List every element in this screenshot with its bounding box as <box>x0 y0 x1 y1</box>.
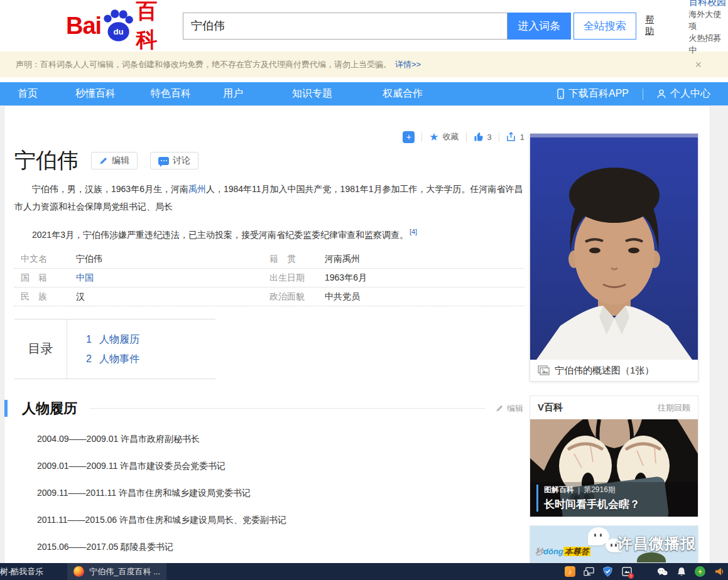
timeline-item: 2004.09——2009.01 许昌市政府副秘书长 <box>37 434 524 445</box>
favorite-button[interactable]: ★ 收藏 <box>429 131 459 142</box>
photo-caption[interactable]: 宁伯伟的概述图（1张） <box>530 360 698 381</box>
download-app-link[interactable]: 下载百科APP <box>557 87 629 100</box>
disclaimer-detail-link[interactable]: 详情>> <box>395 59 421 70</box>
personal-center-link[interactable]: 个人中心 <box>657 87 710 100</box>
nav-item-tese[interactable]: 特色百科 <box>151 87 191 100</box>
nav-item-topics[interactable]: 知识专题 <box>292 87 332 100</box>
taskbar-window-kuwo[interactable]: 树-酷我音乐 <box>0 563 50 580</box>
global-search-button[interactable]: 全站搜索 <box>573 13 637 40</box>
baidu-baike-logo[interactable]: Bai du 百科 <box>66 0 177 55</box>
infobox: 中文名宁伯伟 籍 贯河南禹州 国 籍中国 出生日期1963年6月 民 族汉 政治… <box>14 250 524 306</box>
vbaike-header: V百科 往期回顾 <box>530 396 698 419</box>
baidu-paw-icon: du <box>102 8 134 43</box>
follow-plus-button[interactable]: + <box>403 131 415 143</box>
section-rule <box>90 408 486 409</box>
site-header: Bai du 百科 进入词条 全站搜索 帮助 百科校园 海外大使项 火热招募中 <box>0 0 728 51</box>
nav-divider <box>643 89 643 100</box>
edit-button[interactable]: 编辑 <box>91 152 138 169</box>
enter-entry-button[interactable]: 进入词条 <box>508 13 571 40</box>
campus-line2: 火热招募中 <box>688 33 728 56</box>
toc-item-1[interactable]: 1人物履历 <box>86 330 215 349</box>
infobox-label: 中文名 <box>21 254 76 265</box>
safety-plus-icon[interactable]: + <box>695 566 705 577</box>
like-button[interactable]: 3 <box>474 132 492 142</box>
network-monitor-icon[interactable] <box>584 566 594 577</box>
share-count: 1 <box>520 132 524 142</box>
overlay-issue: 第2916期 <box>584 485 616 495</box>
disclaimer-text: 声明：百科词条人人可编辑，词条创建和修改均免费，绝不存在官方及代理商付费代编，请… <box>16 59 391 70</box>
main-nav: 首页 秒懂百科 特色百科 用户 知识专题 权威合作 下载百科APP 个人中心 <box>0 82 728 105</box>
nav-item-cooperation[interactable]: 权威合作 <box>383 87 423 100</box>
search-input[interactable] <box>183 13 507 39</box>
section-edit-label: 编辑 <box>507 403 523 414</box>
discuss-label: 讨论 <box>173 155 190 166</box>
vbaike-video-thumb[interactable]: 图解百科 | 第2916期 长时间看手机会瞎？ <box>530 419 698 517</box>
toc-label: 人物履历 <box>99 330 139 349</box>
kuwo-music-tray-icon[interactable]: ♪ <box>565 566 575 577</box>
article-main-column: + ★ 收藏 3 1 宁伯伟 编辑 <box>14 106 524 563</box>
nav-item-users[interactable]: 用户 <box>223 87 243 100</box>
help-link[interactable]: 帮助 <box>645 14 662 37</box>
toc-number: 2 <box>86 349 92 368</box>
infobox-value: 宁伯伟 <box>76 254 102 265</box>
timeline-item: 2009.11——2011.11 许昌市住房和城乡建设局党委书记 <box>37 488 524 499</box>
toc-item-2[interactable]: 2人物事件 <box>86 349 215 368</box>
overlay-caption: 长时间看手机会瞎？ <box>544 497 640 512</box>
thumbs-up-icon <box>474 132 484 142</box>
section-edit-link[interactable]: 编辑 <box>496 403 523 414</box>
yuzhou-link[interactable]: 禹州 <box>188 184 206 194</box>
notification-bell-icon[interactable] <box>676 566 687 577</box>
promo-video-card[interactable]: 秒dǒng本尊答 许昌微播报 <box>530 525 698 563</box>
volume-icon[interactable] <box>714 566 724 577</box>
campus-line1: 海外大使项 <box>688 9 728 33</box>
gallery-icon <box>538 365 550 375</box>
infobox-label: 籍 贯 <box>269 254 325 265</box>
infobox-label: 出生日期 <box>269 272 325 284</box>
paragraph-text: 2021年3月，宁伯伟涉嫌严重违纪违法，已主动投案，接受河南省纪委监委纪律审查和… <box>32 230 408 240</box>
nav-right-group: 下载百科APP 个人中心 <box>557 87 710 100</box>
overlay-separator: | <box>578 486 580 495</box>
china-link[interactable]: 中国 <box>76 272 94 284</box>
campus-promo[interactable]: 百科校园 海外大使项 火热招募中 <box>688 0 728 56</box>
security-shield-icon[interactable] <box>602 566 613 577</box>
table-of-contents: 目录 1人物履历 2人物事件 <box>14 319 215 379</box>
download-app-label: 下载百科APP <box>568 87 629 100</box>
vbaike-more-link[interactable]: 往期回顾 <box>658 402 690 414</box>
share-button[interactable]: 1 <box>506 132 524 142</box>
taskbar-window-label: 宁伯伟_百度百科 ... <box>89 566 160 577</box>
vbaike-title: V百科 <box>538 402 563 414</box>
nav-item-home[interactable]: 首页 <box>18 87 38 100</box>
favorite-label: 收藏 <box>443 131 459 142</box>
logo-bai-text: Bai <box>66 13 101 40</box>
share-icon <box>506 132 516 142</box>
toc-label: 人物事件 <box>99 349 139 368</box>
infobox-value: 1963年6月 <box>325 272 367 284</box>
os-taskbar: 树-酷我音乐 宁伯伟_百度百科 ... ♪ ! + <box>0 563 728 580</box>
infobox-value: 中共党员 <box>325 291 360 303</box>
discuss-button[interactable]: 讨论 <box>150 152 198 169</box>
infobox-row: 民 族汉 政治面貌中共党员 <box>14 287 524 306</box>
infobox-label: 政治面貌 <box>269 291 325 303</box>
logo-part: 秒 <box>535 547 543 556</box>
logo-baike-text: 百科 <box>136 0 177 55</box>
wechat-tray-icon[interactable] <box>657 566 668 577</box>
vbaike-card: V百科 往期回顾 <box>530 395 698 517</box>
campus-title-link[interactable]: 百科校园 <box>688 0 728 9</box>
comment-icon <box>158 157 169 165</box>
svg-text:du: du <box>114 27 124 36</box>
close-icon[interactable]: × <box>695 59 702 70</box>
notification-badge: ! <box>628 573 634 579</box>
overlay-accent-bar <box>536 485 538 512</box>
timeline-item: 2009.01——2009.11 许昌市建设委员会党委书记 <box>37 461 524 472</box>
article-title-row: 宁伯伟 编辑 讨论 <box>14 146 524 175</box>
portrait-photo[interactable] <box>530 134 698 360</box>
pencil-icon <box>496 404 504 412</box>
taskbar-window-firefox[interactable]: 宁伯伟_百度百科 ... <box>67 563 166 580</box>
toc-number: 1 <box>86 330 92 349</box>
disclaimer-banner: 声明：百科词条人人可编辑，词条创建和修改均免费，绝不存在官方及代理商付费代编，请… <box>0 51 728 77</box>
portrait-card: 宁伯伟的概述图（1张） <box>530 133 698 382</box>
timeline-item: 2011.11——2015.06 许昌市住房和城乡建设局局长、党委副书记 <box>37 515 524 526</box>
screenshot-tool-icon[interactable]: ! <box>621 566 632 577</box>
nav-item-miaodong[interactable]: 秒懂百科 <box>75 87 116 100</box>
reference-link[interactable]: [4] <box>410 228 417 235</box>
